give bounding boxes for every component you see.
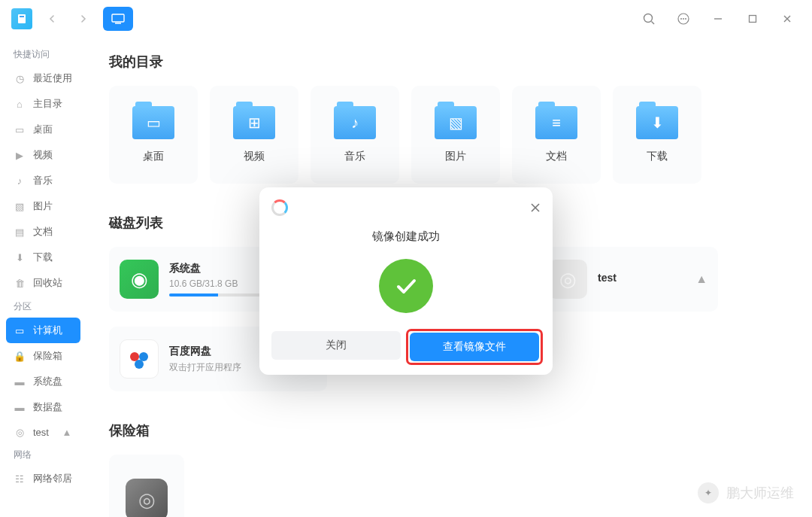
watermark: ✦ 鹏大师运维 bbox=[698, 482, 794, 503]
dialog-close-button[interactable] bbox=[530, 202, 541, 213]
wechat-icon: ✦ bbox=[698, 482, 719, 503]
dialog: 镜像创建成功 关闭 查看镜像文件 bbox=[259, 187, 553, 375]
success-check-icon bbox=[379, 259, 433, 313]
dialog-view-image-button[interactable]: 查看镜像文件 bbox=[410, 333, 539, 361]
dialog-logo-icon bbox=[271, 199, 288, 216]
dialog-overlay: 镜像创建成功 关闭 查看镜像文件 bbox=[0, 0, 812, 517]
dialog-title: 镜像创建成功 bbox=[372, 230, 440, 244]
dialog-close-action-button[interactable]: 关闭 bbox=[271, 331, 401, 360]
highlight-annotation: 查看镜像文件 bbox=[408, 331, 541, 363]
